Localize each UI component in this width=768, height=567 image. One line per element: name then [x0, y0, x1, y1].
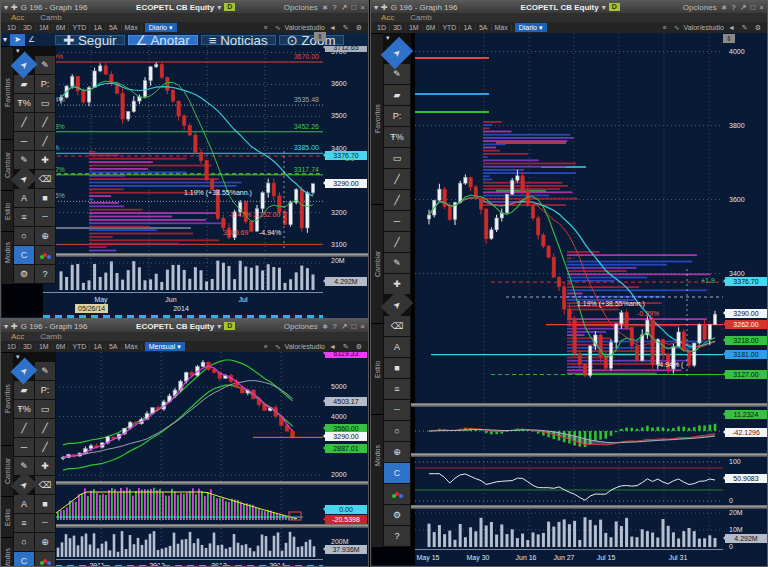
ray-icon[interactable]: ╱ — [35, 132, 55, 150]
gear-icon[interactable]: ⚙ — [752, 24, 764, 32]
range-button-6m[interactable]: 6M — [53, 343, 70, 350]
horizontal-line-icon[interactable]: ─ — [14, 132, 34, 150]
align-icon[interactable]: ≡ — [14, 514, 34, 532]
pencil-icon[interactable]: ∠ — [28, 35, 35, 44]
tool-tab-estilo[interactable]: Estilo — [1, 496, 13, 537]
popout-button[interactable]: ↗ — [341, 322, 348, 331]
security-title[interactable]: ECOPETL CB Equity — [521, 3, 599, 12]
settings-icon[interactable]: ⚙ — [14, 265, 34, 283]
range-button-máx[interactable]: Máx — [492, 24, 512, 31]
text-icon[interactable]: A — [384, 337, 410, 357]
menu-caret-icon[interactable]: ▾ — [4, 3, 8, 12]
dash-style-icon[interactable]: ┄ — [384, 400, 410, 420]
tool-tab-modos[interactable]: Modos — [1, 537, 13, 567]
tool-tab-favoritos[interactable]: Favoritos — [1, 352, 13, 445]
seguir-button[interactable]: ✚ Seguir — [55, 35, 124, 45]
polygon-icon[interactable]: ▰ — [384, 85, 410, 105]
help-button[interactable]: ? — [332, 322, 336, 331]
dash-style-icon[interactable]: ┄ — [35, 514, 55, 532]
segment-icon[interactable]: ╱ — [384, 169, 410, 189]
move-icon[interactable]: ✚ — [11, 3, 18, 12]
move-icon[interactable]: ✚ — [35, 457, 55, 475]
period-dropdown[interactable]: Mensual ▾ — [145, 342, 185, 351]
horizontal-line-icon[interactable]: ─ — [384, 211, 410, 231]
range-button-1a[interactable]: 1A — [460, 24, 476, 31]
note-icon[interactable]: P: — [35, 75, 55, 93]
help-button[interactable]: ? — [332, 3, 336, 12]
move-icon[interactable]: ✚ — [35, 151, 55, 169]
valor-estudio-button[interactable]: Valor/estudio — [684, 24, 724, 31]
range-button-1d[interactable]: 1D — [374, 24, 390, 31]
pin-icon[interactable]: ⊕ — [384, 442, 410, 462]
flag-icon[interactable]: ◄ — [326, 24, 339, 31]
close-button[interactable]: × — [360, 3, 365, 12]
opciones-button[interactable]: Opciones — [284, 3, 318, 12]
rectangle-icon[interactable]: ▭ — [35, 400, 55, 418]
flag-icon[interactable]: ◄ — [326, 343, 339, 350]
dash-style-icon[interactable]: ┄ — [35, 208, 55, 226]
security-caret-icon[interactable]: ▾ — [217, 3, 221, 12]
tab-camb[interactable]: Camb — [40, 13, 61, 22]
ellipse-icon[interactable]: ○ — [384, 421, 410, 441]
range-button-3d[interactable]: 3D — [20, 24, 36, 31]
fibonacci-icon[interactable]: Ŧ% — [14, 94, 34, 112]
range-button-1d[interactable]: 1D — [4, 343, 20, 350]
fill-icon[interactable]: ■ — [35, 189, 55, 207]
collapse-button[interactable]: « — [261, 24, 271, 31]
menu-caret-icon[interactable]: ▾ — [4, 322, 8, 331]
tool-tab-estilo[interactable]: Estilo — [1, 190, 13, 231]
align-icon[interactable]: ≡ — [384, 379, 410, 399]
segment-icon[interactable]: ╱ — [14, 113, 34, 131]
fill-icon[interactable]: ■ — [384, 358, 410, 378]
range-button-1a[interactable]: 1A — [90, 343, 106, 350]
trend-icon[interactable]: ╱ — [35, 113, 55, 131]
close-button[interactable]: × — [360, 322, 365, 331]
horizontal-line-icon[interactable]: ─ — [14, 438, 34, 456]
menu-caret-icon[interactable]: ▾ — [374, 3, 378, 12]
ray-icon[interactable]: ╱ — [35, 438, 55, 456]
annotate-icon[interactable]: ✎ — [340, 24, 352, 32]
period-dropdown[interactable]: Diario ▾ — [145, 23, 177, 32]
ellipse-icon[interactable]: ○ — [14, 227, 34, 245]
valor-estudio-button[interactable]: Valor/estudio — [285, 343, 325, 350]
tool-tab-modos[interactable]: Modos — [371, 414, 383, 495]
period-dropdown[interactable]: Diario ▾ — [515, 23, 547, 32]
range-button-máx[interactable]: Máx — [122, 343, 142, 350]
fibonacci-icon[interactable]: Ŧ% — [14, 400, 34, 418]
flag-icon[interactable]: ◄ — [725, 24, 738, 31]
collapse-button[interactable]: « — [261, 343, 271, 350]
segment-icon[interactable]: ╱ — [14, 419, 34, 437]
maximize-button[interactable]: □ — [750, 3, 755, 12]
trend-icon[interactable]: ╱ — [35, 419, 55, 437]
pencil-icon[interactable]: ✎ — [35, 56, 55, 74]
freehand-icon[interactable]: ✎ — [384, 253, 410, 273]
range-button-ytd[interactable]: YTD — [69, 24, 90, 31]
tab-camb[interactable]: Camb — [410, 13, 431, 22]
move-icon[interactable]: ✚ — [11, 322, 18, 331]
pane-resize-handle[interactable]: ⇕ — [314, 32, 326, 41]
help-button[interactable]: ? — [731, 3, 735, 12]
tool-tab-cambiar[interactable]: Cambiar — [1, 445, 13, 496]
ray-icon[interactable]: ╱ — [384, 232, 410, 252]
opciones-button[interactable]: Opciones — [683, 3, 717, 12]
popout-button[interactable]: ↗ — [740, 3, 747, 12]
pane-resize-handle[interactable]: ⇕ — [723, 34, 735, 43]
titlebar[interactable]: ▾ ✚ G 196 - Graph 196 ECOPETL CB Equity … — [1, 320, 368, 332]
cursor-tool-active[interactable]: ➤ — [10, 34, 25, 46]
note-icon[interactable]: P: — [384, 106, 410, 126]
range-button-3d[interactable]: 3D — [390, 24, 406, 31]
popout-button[interactable]: ↗ — [341, 3, 348, 12]
pin-icon[interactable]: ∗ — [322, 322, 329, 331]
fill-icon[interactable]: ■ — [35, 495, 55, 513]
rectangle-icon[interactable]: ▭ — [35, 94, 55, 112]
colors-icon[interactable] — [35, 552, 55, 567]
tool-tab-favoritos[interactable]: Favoritos — [1, 46, 13, 139]
caret-icon[interactable]: ▾ — [3, 35, 7, 44]
zoom-button[interactable]: ⊙ Zoom — [279, 35, 344, 45]
anotar-button[interactable]: ∠ Anotar — [128, 35, 198, 45]
tool-tab-favoritos[interactable]: Favoritos — [371, 33, 383, 204]
colors-icon[interactable] — [384, 484, 410, 504]
annotate-icon[interactable]: ✎ — [739, 24, 751, 32]
security-title[interactable]: ECOPETL CB Equity — [136, 3, 214, 12]
annotate-icon[interactable]: ✎ — [340, 343, 352, 351]
